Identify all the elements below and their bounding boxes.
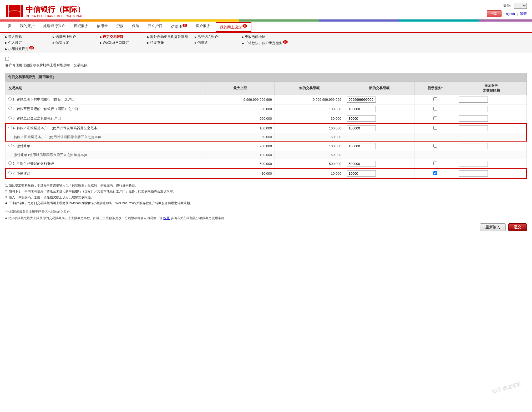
logo-chinese: 中信银行（国际） xyxy=(26,4,85,14)
checkbox-notify-2[interactable] xyxy=(433,107,437,110)
svg-rect-1 xyxy=(21,5,23,17)
td-checkbox xyxy=(414,159,456,169)
sub-nav-change-email[interactable]: 更改电邮地址 xyxy=(242,34,288,39)
td-your: 100,000 xyxy=(275,104,344,114)
sub-nav-small-transfer[interactable]: 小额转账设定新 xyxy=(5,46,47,51)
reset-button[interactable]: 重新输入 xyxy=(480,223,506,231)
td-label: 1. 转账至阁下的中信银行（国际）之户口 xyxy=(6,95,205,104)
auth-row: 登出 English | 繁體 xyxy=(487,10,527,17)
radio-row1[interactable] xyxy=(8,97,12,101)
input-notify-limit-3[interactable] xyxy=(459,115,488,122)
radio-row3[interactable] xyxy=(8,116,12,119)
td-max: 100,000 xyxy=(205,151,275,159)
td-label: 4. 转账／汇款至范本户口 (使用以保安编码器开立之范本) xyxy=(6,123,205,133)
td-notify-amt-7 xyxy=(456,169,526,178)
nav-my-settings[interactable]: 我的网上设定新 xyxy=(216,22,251,32)
sub-nav-col1: 登入密码 个人设定 小额转账设定新 xyxy=(5,34,53,51)
button-row: 重新输入 递交 xyxy=(5,223,527,231)
input-notify-limit-2[interactable] xyxy=(459,106,488,112)
sub-nav-set-limit[interactable]: 设定交易限额 xyxy=(100,34,142,39)
note-hash-end: 参阅有关主限额及分项限额之使用准则。 xyxy=(171,216,227,220)
input-new-limit-3[interactable] xyxy=(347,115,376,122)
td-checkbox xyxy=(414,104,456,114)
sub-nav-registered-accounts[interactable]: 已登记之账户 xyxy=(195,34,237,39)
radio-row7[interactable] xyxy=(8,171,12,174)
table-row-5b: 缴付账单 (使用以信银国际令牌开立之账单范本)# 100,000 50,000 xyxy=(6,151,526,159)
sub-nav-fps[interactable]: 「转数快」账户绑定服务新 xyxy=(242,40,288,46)
nav-credit-card[interactable]: 信用卡 xyxy=(93,22,112,32)
table-row: 3. 转账至已登记之其他银行户口 200,000 30,000 xyxy=(6,114,526,123)
td-max: 500,000 xyxy=(205,104,275,114)
sub-nav-select-account[interactable]: 选择网上账户 xyxy=(53,34,95,39)
bank-logo-icon xyxy=(5,3,24,19)
checkbox-notify-7[interactable] xyxy=(433,171,437,175)
checkbox-notify-4[interactable] xyxy=(433,126,437,130)
sub-nav-col2: 选择网上账户 保安设定 xyxy=(53,34,100,51)
sub-nav-xingangtong[interactable]: 信港通 xyxy=(195,40,237,45)
notes-section: 1. 如欲增加交易限额，于过程中你需要输入以「保安编器」生成的「保安编码」进行身… xyxy=(5,183,527,206)
shortcut-row: 捷径:- xyxy=(503,3,527,9)
checkbox-notify-1[interactable] xyxy=(433,97,437,101)
checkbox-notify-3[interactable] xyxy=(433,116,437,120)
shortcut-select[interactable] xyxy=(514,3,527,9)
note-email: *电邮提示服务只适用于已登记电邮地址之客户。 xyxy=(5,209,527,214)
input-notify-limit-5[interactable] xyxy=(459,143,488,149)
td-your: 500,000 xyxy=(275,159,344,169)
th-your-limit: 你的交易限额 xyxy=(275,81,344,95)
input-notify-limit-7[interactable] xyxy=(459,170,488,177)
radio-row5[interactable] xyxy=(8,144,12,147)
sub-nav-atm-limit[interactable]: 海外自动柜员机提款限额 xyxy=(147,34,189,39)
header-right: 捷径:- 登出 English | 繁體 xyxy=(487,3,527,19)
td-your: 30,000 xyxy=(275,114,344,123)
logout-button[interactable]: 登出 xyxy=(487,10,501,17)
nav-banking[interactable]: 处理银行账户 xyxy=(39,22,69,32)
td-new xyxy=(344,123,414,133)
td-your: 100,000 xyxy=(275,141,344,151)
nav-customer-service[interactable]: 客户服务 xyxy=(191,22,215,32)
traditional-lang-link[interactable]: 繁體 xyxy=(520,11,527,16)
input-notify-limit-1[interactable] xyxy=(459,97,488,103)
sub-nav-login-pwd[interactable]: 登入密码 xyxy=(5,34,47,39)
new-badge-settings: 新 xyxy=(242,24,247,28)
nav-investment[interactable]: 投资服务 xyxy=(69,22,93,32)
td-max: 100,000 xyxy=(205,123,275,133)
input-new-limit-6[interactable] xyxy=(347,161,376,167)
radio-row6[interactable] xyxy=(8,161,12,165)
sub-nav-fingerprint[interactable]: 指纹查账 xyxy=(147,40,189,45)
td-checkbox xyxy=(414,123,456,133)
note-2: 2. 如阁下于一年内未有使用「转账至未登记的中信银行（国际）／其他本地银行之户口… xyxy=(5,189,527,194)
english-lang-link[interactable]: English xyxy=(504,12,515,16)
sub-nav-security[interactable]: 保安设定 xyxy=(53,40,95,45)
sub-nav-col3: 设定交易限额 WeChat户口绑定 xyxy=(100,34,147,51)
th-category: 交易类别 xyxy=(6,81,205,95)
note-hash-link[interactable]: 按此 xyxy=(163,216,170,220)
td-checkbox-7 xyxy=(414,169,456,178)
table-row: 5. 缴付账单 200,000 100,000 xyxy=(6,141,526,151)
submit-button[interactable]: 递交 xyxy=(508,223,527,231)
input-new-limit-5[interactable] xyxy=(347,143,376,149)
checkbox-notify-5[interactable] xyxy=(433,144,437,148)
input-new-limit-4[interactable] xyxy=(347,125,376,131)
td-your: 100,000 xyxy=(275,123,344,133)
nav-home[interactable]: 主页 xyxy=(0,22,16,32)
nav-xin-gang-tong[interactable]: 信港通新 xyxy=(167,22,191,32)
top-checkbox[interactable] xyxy=(5,57,9,61)
nav-my-account[interactable]: 我的账户 xyxy=(16,22,39,32)
radio-row2[interactable] xyxy=(8,107,12,110)
radio-row4[interactable] xyxy=(8,126,12,129)
input-notify-limit-6[interactable] xyxy=(459,161,488,167)
nav-open-account[interactable]: 开立户口 xyxy=(144,22,167,32)
td-notify-amt xyxy=(456,95,526,104)
sub-nav-personal[interactable]: 个人设定 xyxy=(5,40,47,45)
page-description: 客户可使用信银国际令牌於网上理财增加每日交易限额。 xyxy=(5,63,527,68)
sub-nav-wechat[interactable]: WeChat户口绑定 xyxy=(100,40,142,45)
input-new-limit-7[interactable] xyxy=(347,170,376,177)
checkbox-notify-6[interactable] xyxy=(433,162,437,165)
nav-insurance[interactable]: 保险 xyxy=(128,22,144,32)
nav-loan[interactable]: 贷款 xyxy=(112,22,128,32)
input-new-limit-1[interactable] xyxy=(347,97,376,103)
input-notify-limit-4[interactable] xyxy=(459,125,488,131)
input-new-limit-2[interactable] xyxy=(347,106,376,112)
table-row: 1. 转账至阁下的中信银行（国际）之户口 9,999,999,999,999 9… xyxy=(6,95,526,104)
shortcut-label: 捷径:- xyxy=(503,3,512,8)
